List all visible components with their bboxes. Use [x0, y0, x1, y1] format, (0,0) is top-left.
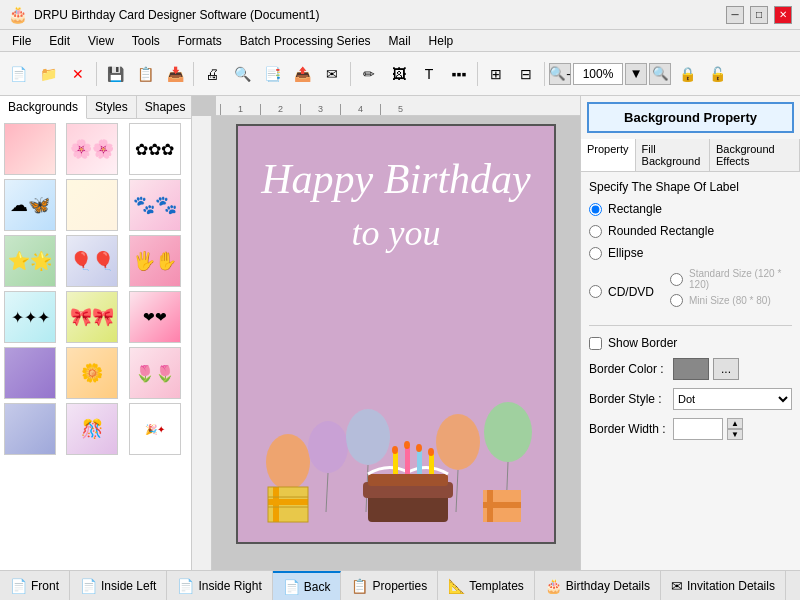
shape-cddvd-radio[interactable]: [589, 285, 602, 298]
background-grid: 🌸🌸 ✿✿✿ ☁🦋 🐾🐾 ⭐🌟 🎈🎈 🖐✋ ✦✦✦ 🎀🎀 ❤❤ 🌼 🌷🌷 🎊 🎉…: [4, 123, 187, 455]
delete-button[interactable]: ✕: [64, 60, 92, 88]
show-border-checkbox[interactable]: [589, 337, 602, 350]
bg-thumb-6[interactable]: 🐾🐾: [129, 179, 181, 231]
card-text-to-you: to you: [352, 212, 441, 254]
titlebar: 🎂 DRPU Birthday Card Designer Software (…: [0, 0, 800, 30]
tab-background-effects[interactable]: Background Effects: [710, 139, 800, 171]
canvas-area[interactable]: 1 2 3 4 5 Happy Birthday to you: [192, 96, 580, 570]
draw-button[interactable]: ✏: [355, 60, 383, 88]
save-button[interactable]: 💾: [101, 60, 129, 88]
close-button[interactable]: ✕: [774, 6, 792, 24]
bg-thumb-16[interactable]: [4, 403, 56, 455]
bg-thumb-15[interactable]: 🌷🌷: [129, 347, 181, 399]
zoom-out-button[interactable]: 🔍-: [549, 63, 571, 85]
barcode-button[interactable]: ▪▪▪: [445, 60, 473, 88]
zoom-fit-button[interactable]: 🔍: [649, 63, 671, 85]
svg-line-7: [456, 470, 458, 512]
bg-thumb-4[interactable]: ☁🦋: [4, 179, 56, 231]
bg-thumb-18[interactable]: 🎉✦: [129, 403, 181, 455]
border-color-swatch[interactable]: [673, 358, 709, 380]
tab-templates[interactable]: 📐 Templates: [438, 571, 535, 600]
bg-thumb-13[interactable]: [4, 347, 56, 399]
tab-inside-right-label: Inside Right: [198, 579, 261, 593]
bg-thumb-14[interactable]: 🌼: [66, 347, 118, 399]
border-color-picker-button[interactable]: ...: [713, 358, 739, 380]
tab-styles[interactable]: Styles: [87, 96, 137, 118]
unlock-button[interactable]: 🔓: [703, 60, 731, 88]
save-as-button[interactable]: 📋: [131, 60, 159, 88]
menu-mail[interactable]: Mail: [381, 32, 419, 50]
bg-thumb-17[interactable]: 🎊: [66, 403, 118, 455]
toolbar-sep4: [477, 62, 478, 86]
tab-property[interactable]: Property: [581, 139, 636, 171]
export-button[interactable]: 📤: [288, 60, 316, 88]
menu-file[interactable]: File: [4, 32, 39, 50]
cddvd-standard-radio[interactable]: [670, 273, 683, 286]
print-button[interactable]: 🖨: [198, 60, 226, 88]
email-button[interactable]: ✉: [318, 60, 346, 88]
cddvd-mini-label: Mini Size (80 * 80): [689, 295, 771, 306]
ruler-vertical: [192, 116, 212, 570]
print-preview-button[interactable]: 🔍: [228, 60, 256, 88]
border-width-down[interactable]: ▼: [727, 429, 743, 440]
cddvd-mini-radio[interactable]: [670, 294, 683, 307]
border-style-select[interactable]: Dot Solid Dash DashDot: [673, 388, 792, 410]
new-button[interactable]: 📄: [4, 60, 32, 88]
shape-rectangle-radio[interactable]: [589, 203, 602, 216]
tab-shapes[interactable]: Shapes: [137, 96, 195, 118]
grid-button[interactable]: ⊟: [512, 60, 540, 88]
open-button[interactable]: 📁: [34, 60, 62, 88]
right-tab-bar: Property Fill Background Background Effe…: [581, 139, 800, 172]
border-width-input[interactable]: 1: [673, 418, 723, 440]
menu-edit[interactable]: Edit: [41, 32, 78, 50]
tab-birthday-details[interactable]: 🎂 Birthday Details: [535, 571, 661, 600]
svg-line-3: [326, 473, 328, 512]
card-canvas[interactable]: Happy Birthday to you: [236, 124, 556, 544]
svg-point-17: [392, 446, 398, 454]
tab-properties[interactable]: 📋 Properties: [341, 571, 438, 600]
bg-thumb-2[interactable]: 🌸🌸: [66, 123, 118, 175]
shape-rectangle-label: Rectangle: [608, 202, 662, 216]
bg-thumb-11[interactable]: 🎀🎀: [66, 291, 118, 343]
menu-help[interactable]: Help: [421, 32, 462, 50]
bg-thumb-1[interactable]: [4, 123, 56, 175]
maximize-button[interactable]: □: [750, 6, 768, 24]
border-width-up[interactable]: ▲: [727, 418, 743, 429]
import-button[interactable]: 📥: [161, 60, 189, 88]
bottom-tabs: 📄 Front 📄 Inside Left 📄 Inside Right 📄 B…: [0, 570, 800, 600]
show-border-row: Show Border: [589, 336, 792, 350]
tab-invitation-details[interactable]: ✉ Invitation Details: [661, 571, 786, 600]
zoom-in-button[interactable]: ▼: [625, 63, 647, 85]
tab-front[interactable]: 📄 Front: [0, 571, 70, 600]
left-panel-content: 🌸🌸 ✿✿✿ ☁🦋 🐾🐾 ⭐🌟 🎈🎈 🖐✋ ✦✦✦ 🎀🎀 ❤❤ 🌼 🌷🌷 🎊 🎉…: [0, 119, 191, 570]
table-button[interactable]: ⊞: [482, 60, 510, 88]
image-button[interactable]: 🖼: [385, 60, 413, 88]
tab-fill-background[interactable]: Fill Background: [636, 139, 710, 171]
tab-invitation-details-icon: ✉: [671, 578, 683, 594]
pdf-button[interactable]: 📑: [258, 60, 286, 88]
shape-rounded-rect-radio[interactable]: [589, 225, 602, 238]
bg-thumb-7[interactable]: ⭐🌟: [4, 235, 56, 287]
lock-button[interactable]: 🔒: [673, 60, 701, 88]
menu-batch-processing[interactable]: Batch Processing Series: [232, 32, 379, 50]
menu-tools[interactable]: Tools: [124, 32, 168, 50]
tab-birthday-details-icon: 🎂: [545, 578, 562, 594]
menu-view[interactable]: View: [80, 32, 122, 50]
shape-ellipse-radio[interactable]: [589, 247, 602, 260]
tab-back[interactable]: 📄 Back: [273, 571, 342, 600]
menu-formats[interactable]: Formats: [170, 32, 230, 50]
tab-backgrounds[interactable]: Backgrounds: [0, 96, 87, 119]
tab-properties-label: Properties: [372, 579, 427, 593]
bg-thumb-3[interactable]: ✿✿✿: [129, 123, 181, 175]
bg-thumb-10[interactable]: ✦✦✦: [4, 291, 56, 343]
bg-thumb-5[interactable]: [66, 179, 118, 231]
bg-thumb-12[interactable]: ❤❤: [129, 291, 181, 343]
bg-thumb-8[interactable]: 🎈🎈: [66, 235, 118, 287]
text-button[interactable]: T: [415, 60, 443, 88]
bg-thumb-9[interactable]: 🖐✋: [129, 235, 181, 287]
tab-inside-left[interactable]: 📄 Inside Left: [70, 571, 167, 600]
right-panel: Background Property Property Fill Backgr…: [580, 96, 800, 570]
minimize-button[interactable]: ─: [726, 6, 744, 24]
zoom-input[interactable]: 100%: [573, 63, 623, 85]
tab-inside-right[interactable]: 📄 Inside Right: [167, 571, 272, 600]
